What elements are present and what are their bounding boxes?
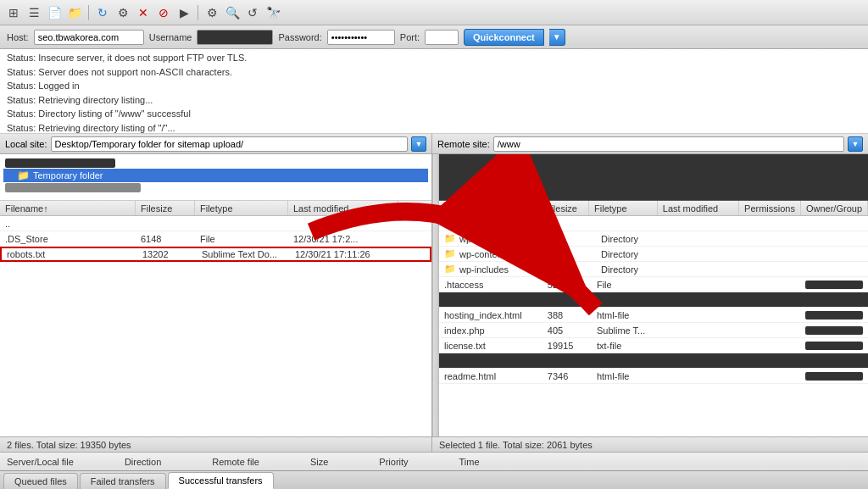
local-file-row-2[interactable]: robots.txt 13202 Sublime Text Do... 12/3… (0, 247, 431, 262)
tab-failed-transfers[interactable]: Failed transfers (80, 473, 166, 489)
tab-queued-files[interactable]: Queued files (3, 473, 78, 489)
local-file-size-2: 13202 (137, 248, 197, 260)
status-log: Status: Insecure server, it does not sup… (0, 49, 868, 134)
remote-file-list-header: Filename Filesize Filetype Last modified… (439, 201, 868, 216)
remote-file-panel: Filename Filesize Filetype Last modified… (439, 154, 868, 436)
remote-file-row-2[interactable]: 📁 wp-content Directory (439, 247, 868, 262)
local-site-dropdown[interactable]: ▼ (411, 136, 426, 152)
toolbar-sep-2 (198, 5, 198, 20)
quickconnect-dropdown[interactable]: ▼ (549, 29, 565, 46)
username-label: Username (149, 32, 192, 42)
remote-status-text: Selected 1 file. Total size: 2061 bytes (432, 437, 868, 452)
remote-col-modified[interactable]: Last modified (658, 201, 739, 215)
remote-col-owner[interactable]: Owner/Group (801, 201, 868, 215)
remote-file-row-7[interactable]: index.php 405 Sublime T... (439, 323, 868, 338)
remote-col-perms[interactable]: Permissions (739, 201, 801, 215)
local-file-type-2: Sublime Text Do... (197, 248, 290, 260)
remote-file-size-8: 19915 (542, 338, 592, 353)
toolbar-icon-sitemanager[interactable]: ⚙ (203, 4, 220, 21)
local-file-name-0: .. (0, 216, 136, 231)
remote-file-row-0[interactable]: .. (439, 216, 868, 231)
toolbar-icon-refresh[interactable]: ↻ (94, 4, 111, 21)
remote-folder-redact (439, 154, 868, 201)
remote-file-size-4: 522 (542, 277, 592, 292)
quickconnect-button[interactable]: Quickconnect (464, 29, 544, 46)
remote-file-type-2: Directory (596, 247, 667, 261)
local-file-row-1[interactable]: .DS_Store 6148 File 12/30/21 17:2... (0, 231, 431, 247)
remote-file-type-7: Sublime T... (592, 323, 661, 337)
local-folder-item-0[interactable] (3, 158, 428, 169)
port-input[interactable] (425, 30, 459, 45)
local-file-name-1: .DS_Store (0, 231, 136, 246)
toolbar-icon-find[interactable]: 🔭 (264, 4, 281, 21)
remote-site-dropdown[interactable]: ▼ (848, 136, 863, 152)
toolbar-icon-filter[interactable]: ⚙ (114, 4, 131, 21)
toolbar-icon-file[interactable]: 📄 (46, 4, 63, 21)
toolbar-icon-list[interactable]: ☰ (25, 4, 42, 21)
remote-owner-redact-6 (805, 311, 863, 320)
local-folder-tree: 📁 Temporary folder (0, 154, 431, 201)
transfer-col-priority: Priority (379, 457, 408, 467)
remote-col-filetype[interactable]: Filetype (589, 201, 658, 215)
status-line-1: Status: Server does not support non-ASCI… (7, 65, 861, 80)
local-file-type-0 (195, 216, 288, 231)
local-file-list-header: Filename ↑ Filesize Filetype Last modifi… (0, 201, 431, 216)
remote-file-row-3[interactable]: 📁 wp-includes Directory (439, 262, 868, 277)
local-col-lastmodified[interactable]: Last modified (288, 201, 398, 215)
toolbar-icon-stop[interactable]: ⊘ (155, 4, 172, 21)
local-col-filesize[interactable]: Filesize (136, 201, 195, 215)
remote-col-filename[interactable]: Filename (439, 201, 541, 215)
local-col-filename[interactable]: Filename ↑ (0, 201, 136, 215)
remote-file-row-10[interactable]: readme.html 7346 html-file (439, 369, 868, 384)
remote-site-path[interactable] (493, 136, 844, 152)
local-col-filetype[interactable]: Filetype (195, 201, 288, 215)
remote-file-row-4[interactable]: .htaccess 522 File (439, 277, 868, 292)
remote-file-row-9[interactable] (439, 353, 868, 369)
remote-file-name-7: index.php (439, 323, 542, 337)
remote-file-name-8: license.txt (439, 338, 542, 353)
toolbar-icon-grid[interactable]: ⊞ (5, 4, 22, 21)
local-file-date-2: 12/30/21 17:11:26 (290, 248, 400, 260)
remote-file-row-8[interactable]: license.txt 19915 txt-file (439, 338, 868, 353)
toolbar-icon-folder[interactable]: 📁 (66, 4, 83, 21)
password-input[interactable] (327, 30, 395, 45)
remote-file-type-10: html-file (592, 369, 661, 383)
toolbar: ⊞ ☰ 📄 📁 ↻ ⚙ ✕ ⊘ ▶ ⚙ 🔍 ↺ 🔭 (0, 0, 868, 25)
local-site-path[interactable] (51, 136, 408, 152)
remote-file-name-2: 📁 wp-content (439, 247, 545, 261)
main-content: 📁 Temporary folder Filename ↑ Filesize F… (0, 154, 868, 436)
host-label: Host: (7, 32, 29, 42)
remote-file-name-0: .. (439, 216, 545, 231)
remote-file-name-3: 📁 wp-includes (439, 262, 545, 276)
toolbar-icon-play[interactable]: ▶ (175, 4, 192, 21)
local-site-label: Local site: (5, 139, 47, 149)
local-folder-item-1[interactable]: 📁 Temporary folder (3, 169, 428, 182)
local-file-size-1: 6148 (136, 231, 195, 246)
remote-site-bar: Remote site: ▼ (432, 134, 868, 153)
toolbar-icon-sync[interactable]: ↺ (244, 4, 261, 21)
remote-file-type-4: File (592, 277, 661, 292)
remote-site-label: Remote site: (437, 139, 490, 149)
local-file-row-0[interactable]: .. (0, 216, 431, 231)
remote-col-filesize[interactable]: Filesize (541, 201, 589, 215)
remote-file-row-6[interactable]: hosting_index.html 388 html-file (439, 308, 868, 323)
toolbar-icon-search[interactable]: 🔍 (224, 4, 241, 21)
folder-icon-temp: 📁 (17, 169, 30, 181)
remote-owner-redact-7 (805, 326, 863, 335)
remote-owner-redact-4 (805, 281, 863, 289)
status-line-3: Status: Retrieving directory listing... (7, 93, 861, 108)
remote-file-row-1[interactable]: 📁 wp-admin Directory (439, 231, 868, 247)
remote-file-size-7: 405 (542, 323, 592, 337)
local-folder-item-2[interactable] (3, 182, 428, 193)
toolbar-icon-cancel[interactable]: ✕ (135, 4, 152, 21)
tab-successful-transfers[interactable]: Successful transfers (168, 472, 274, 489)
remote-file-row-5[interactable] (439, 292, 868, 308)
local-file-date-1: 12/30/21 17:2... (288, 231, 398, 246)
connection-bar: Host: Username Password: Port: Quickconn… (0, 25, 868, 49)
host-input[interactable] (34, 30, 144, 45)
status-line-0: Status: Insecure server, it does not sup… (7, 51, 861, 65)
local-file-panel: 📁 Temporary folder Filename ↑ Filesize F… (0, 154, 432, 436)
remote-file-type-6: html-file (592, 308, 661, 322)
scroll-divider[interactable] (432, 154, 439, 436)
status-line-2: Status: Logged in (7, 79, 861, 93)
